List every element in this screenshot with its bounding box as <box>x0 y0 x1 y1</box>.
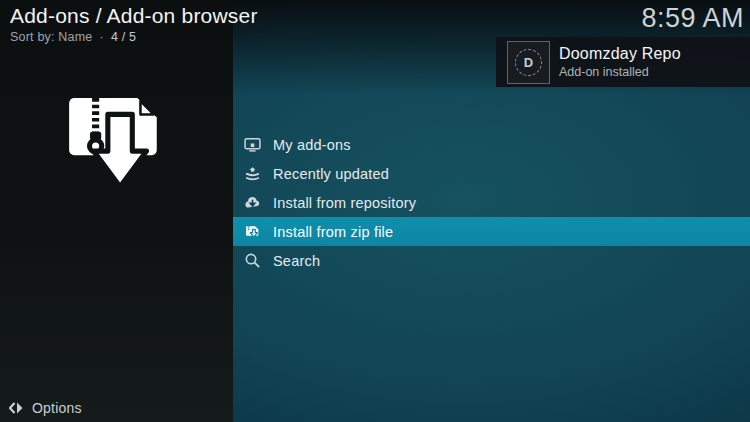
left-panel <box>0 0 233 422</box>
notification-subtitle: Add-on installed <box>559 65 681 79</box>
menu-item-search[interactable]: Search <box>233 246 750 275</box>
zip-file-icon <box>244 223 261 240</box>
menu-item-my-addons[interactable]: My add-ons <box>233 130 750 159</box>
options-button[interactable]: Options <box>8 400 82 416</box>
menu-item-label: Install from repository <box>273 195 416 211</box>
zip-file-download-icon <box>62 92 170 200</box>
addons-monitor-icon <box>244 136 261 153</box>
page-title: Add-ons / Add-on browser <box>10 3 258 29</box>
item-position: 4 / 5 <box>111 30 136 44</box>
menu-item-label: Recently updated <box>273 166 389 182</box>
menu-item-install-from-repository[interactable]: Install from repository <box>233 188 750 217</box>
menu-item-label: Search <box>273 253 320 269</box>
recently-updated-stack-icon <box>244 165 261 182</box>
menu-item-label: My add-ons <box>273 137 351 153</box>
repo-logo-ring: D <box>515 49 542 76</box>
menu-item-recently-updated[interactable]: Recently updated <box>233 159 750 188</box>
search-icon <box>244 252 261 269</box>
doomzday-repo-logo-icon: D <box>507 41 550 84</box>
notification-title: Doomzday Repo <box>559 45 681 63</box>
page-subtitle: Sort by: Name·4 / 5 <box>10 30 258 44</box>
cloud-download-icon <box>244 194 261 211</box>
menu-item-label: Install from zip file <box>273 224 393 240</box>
addon-browser-menu: My add-ons Recently updated Install <box>233 130 750 275</box>
notification-toast: D Doomzday Repo Add-on installed <box>496 37 750 87</box>
options-label: Options <box>32 400 82 416</box>
options-icon <box>8 401 24 415</box>
header: Add-ons / Add-on browser Sort by: Name·4… <box>10 3 258 44</box>
repo-logo-letter: D <box>524 56 533 69</box>
notification-text: Doomzday Repo Add-on installed <box>559 45 681 79</box>
kodi-addon-browser-screen: Add-ons / Add-on browser Sort by: Name·4… <box>0 0 750 422</box>
sort-by-label: Sort by: Name <box>10 30 93 44</box>
subtitle-separator: · <box>100 30 104 44</box>
clock: 8:59 AM <box>641 1 744 35</box>
menu-item-install-from-zip-file[interactable]: Install from zip file <box>233 217 750 246</box>
